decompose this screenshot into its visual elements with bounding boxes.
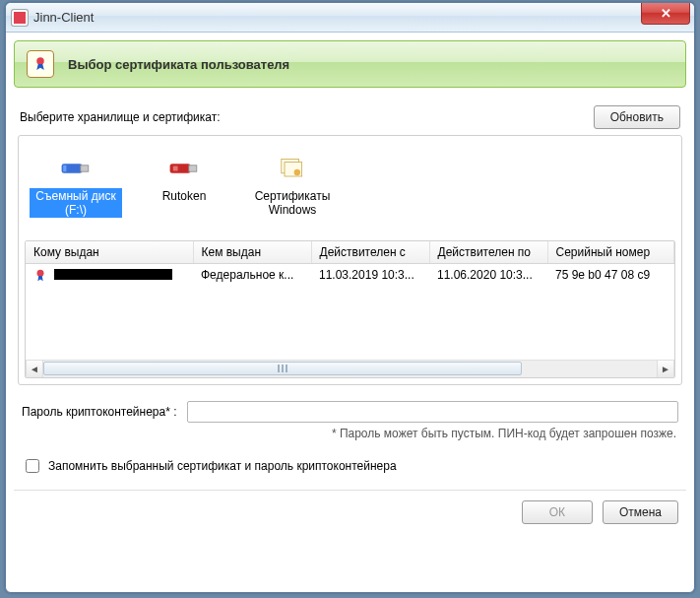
window-title: Jinn-Client <box>33 10 94 25</box>
remember-label: Запомнить выбранный сертификат и пароль … <box>48 459 397 473</box>
horizontal-scrollbar[interactable]: ◄ ► <box>26 360 674 377</box>
svg-point-0 <box>36 57 44 65</box>
scroll-track[interactable] <box>43 361 657 377</box>
instruction-label: Выберите хранилище и сертификат: <box>20 110 221 124</box>
certificate-icon <box>33 268 47 282</box>
titlebar[interactable]: Jinn-Client ✕ <box>6 3 694 33</box>
col-valid-to[interactable]: Действителен по <box>429 241 547 264</box>
svg-rect-6 <box>173 166 178 171</box>
rutoken-icon <box>164 153 204 184</box>
col-issued-to[interactable]: Кому выдан <box>26 241 193 264</box>
dialog-footer: ОК Отмена <box>14 490 686 524</box>
password-input[interactable] <box>187 401 678 423</box>
cancel-button[interactable]: Отмена <box>603 500 678 524</box>
svg-rect-2 <box>81 166 89 171</box>
storage-label: Съемный диск (F:\) <box>30 188 122 218</box>
app-icon <box>12 10 28 26</box>
certificate-badge-icon <box>27 50 54 78</box>
password-row: Пароль криптоконтейнера* : <box>14 385 686 423</box>
storage-item-removable[interactable]: Съемный диск (F:\) <box>27 148 125 221</box>
certificate-stack-icon <box>273 153 312 184</box>
storage-label: Rutoken <box>159 188 211 204</box>
cell-valid-from: 11.03.2019 10:3... <box>311 264 429 287</box>
svg-rect-3 <box>63 166 66 171</box>
certificate-table: Кому выдан Кем выдан Действителен с Дейс… <box>25 240 675 378</box>
remember-row: Запомнить выбранный сертификат и пароль … <box>14 452 686 490</box>
password-hint: * Пароль может быть пустым. ПИН-код буде… <box>14 423 686 452</box>
svg-point-10 <box>37 270 44 277</box>
table-header-row: Кому выдан Кем выдан Действителен с Дейс… <box>26 241 674 264</box>
table-empty-area <box>26 286 674 360</box>
cell-issued-by: Федеральное к... <box>193 264 311 287</box>
scroll-left-button[interactable]: ◄ <box>26 361 43 378</box>
picker-panel: Съемный диск (F:\) Rutoken <box>18 135 682 385</box>
refresh-button[interactable]: Обновить <box>594 105 680 129</box>
svg-point-9 <box>294 169 300 175</box>
svg-rect-5 <box>189 166 197 171</box>
instruction-row: Выберите хранилище и сертификат: Обновит… <box>14 98 686 135</box>
cell-valid-to: 11.06.2020 10:3... <box>429 264 547 287</box>
usb-drive-icon <box>56 153 95 184</box>
col-issued-by[interactable]: Кем выдан <box>193 241 311 264</box>
storage-list: Съемный диск (F:\) Rutoken <box>25 142 675 227</box>
window: Jinn-Client ✕ Выбор сертификата пользова… <box>5 2 695 593</box>
dialog-title: Выбор сертификата пользователя <box>68 57 289 72</box>
cell-serial: 75 9e b0 47 08 c9 <box>547 264 674 287</box>
close-icon: ✕ <box>661 6 671 21</box>
redacted-name <box>54 269 172 280</box>
col-valid-from[interactable]: Действителен с <box>311 241 429 264</box>
storage-item-rutoken[interactable]: Rutoken <box>135 148 233 221</box>
password-label: Пароль криптоконтейнера* : <box>22 405 177 419</box>
scroll-right-button[interactable]: ► <box>657 361 674 378</box>
close-button[interactable]: ✕ <box>641 3 690 25</box>
cell-issued-to <box>26 264 193 287</box>
svg-rect-4 <box>170 164 191 173</box>
client-area: Выбор сертификата пользователя Выберите … <box>6 33 694 532</box>
ok-button[interactable]: ОК <box>522 500 593 524</box>
dialog-header: Выбор сертификата пользователя <box>14 40 686 88</box>
remember-checkbox[interactable] <box>26 459 39 473</box>
table-row[interactable]: Федеральное к... 11.03.2019 10:3... 11.0… <box>26 264 674 287</box>
storage-item-windows-certs[interactable]: Сертификаты Windows <box>243 148 342 221</box>
col-serial[interactable]: Серийный номер <box>547 241 674 264</box>
storage-label: Сертификаты Windows <box>246 188 339 218</box>
scroll-thumb[interactable] <box>43 362 522 375</box>
